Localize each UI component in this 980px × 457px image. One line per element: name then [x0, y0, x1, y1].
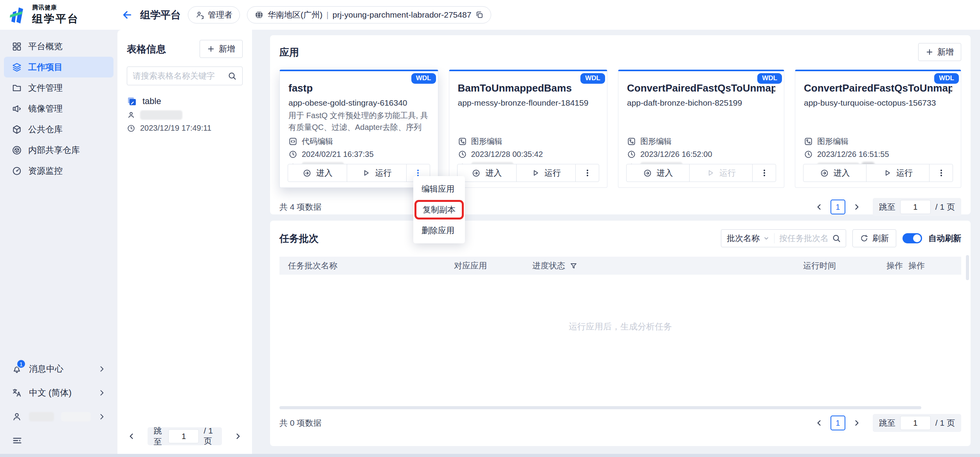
apps-pagination: 1 跳至 / 1 页: [813, 198, 961, 216]
omics-platform-screen: 腾讯健康 组学平台 组学平台 管理者 华南地区(广州) | prj-y: [0, 0, 980, 457]
app-card-description: [627, 110, 775, 133]
sidebar-item-internal-shared-repository[interactable]: 内部共享仓库: [4, 140, 113, 160]
page-jump-input[interactable]: [900, 200, 931, 214]
table-item-icon: [127, 96, 137, 106]
app-updated-time: 2023/12/26 16:52:00: [640, 150, 712, 159]
app-card-actions: 进入 运行: [803, 164, 953, 182]
page-jump-box: 跳至 / 1 页: [148, 427, 222, 445]
redacted-username: [61, 412, 91, 421]
table-list-item[interactable]: table 2023/12/19 17:49:11: [127, 96, 243, 133]
horizontal-scrollbar[interactable]: [279, 406, 921, 409]
tencent-health-logo-icon: [9, 5, 27, 24]
current-page-button[interactable]: 1: [830, 416, 845, 430]
search-icon[interactable]: [227, 71, 237, 81]
enter-label: 进入: [657, 167, 673, 178]
page-jump-box: 跳至 / 1 页: [873, 414, 961, 432]
next-page-button[interactable]: [851, 416, 863, 430]
prev-page-button[interactable]: [813, 200, 825, 214]
add-app-button[interactable]: 新增: [918, 43, 961, 61]
enter-icon: [643, 169, 652, 178]
unread-count-badge: 1: [16, 359, 26, 369]
task-search-input[interactable]: [775, 234, 832, 243]
brand-logo: 腾讯健康 组学平台: [0, 4, 117, 26]
sidebar-item-file-management[interactable]: 文件管理: [4, 77, 113, 98]
sidebar-item-image-management[interactable]: 镜像管理: [4, 98, 113, 119]
column-actions-1: 操作: [886, 260, 908, 271]
sidebar-item-public-repository[interactable]: 公共仓库: [4, 119, 113, 140]
table-search-input[interactable]: [133, 71, 223, 81]
app-card-convertpairedfastqs-2: WDL ConvertPairedFastQsToUnmappe… app-bu…: [795, 70, 961, 188]
layers-icon: [12, 62, 22, 72]
tasks-panel: 任务批次 批次名称 刷新 自动刷新 任务批次名称: [270, 221, 971, 446]
play-icon: [531, 169, 540, 177]
add-table-button[interactable]: 新增: [200, 40, 243, 58]
prev-page-button[interactable]: [813, 416, 825, 430]
sidebar-item-language[interactable]: 中文 (简体): [0, 383, 117, 403]
run-label: 运行: [375, 167, 391, 178]
role-badge[interactable]: 管理者: [188, 6, 240, 23]
current-page-button[interactable]: 1: [830, 200, 845, 214]
app-card-list: WDL fastp app-obese-gold-stingray-616340…: [279, 70, 961, 188]
enter-app-button[interactable]: 进入: [627, 164, 689, 182]
graph-edit-icon: [458, 137, 467, 146]
search-icon[interactable]: [832, 234, 846, 243]
more-actions-button[interactable]: [752, 164, 776, 182]
more-actions-button[interactable]: [929, 164, 953, 182]
sidebar-item-platform-overview[interactable]: 平台概览: [4, 36, 113, 57]
enter-app-button[interactable]: 进入: [803, 164, 866, 182]
sidebar-item-label: 平台概览: [28, 41, 63, 52]
enter-app-button[interactable]: 进入: [458, 164, 516, 182]
menu-item-duplicate-app[interactable]: 复制副本: [416, 202, 462, 218]
enter-app-button[interactable]: 进入: [288, 164, 347, 182]
column-batch-name: 任务批次名称: [288, 260, 454, 271]
clock-icon: [127, 124, 135, 133]
translate-icon: [12, 388, 22, 398]
sidebar-item-message-center[interactable]: 1 消息中心: [0, 359, 117, 379]
run-app-button[interactable]: 运行: [866, 164, 929, 182]
sidebar-item-label: 镜像管理: [28, 103, 63, 115]
menu-item-edit-app[interactable]: 编辑应用: [413, 179, 465, 199]
collapse-menu-icon[interactable]: [12, 435, 23, 446]
run-label: 运行: [544, 167, 561, 178]
app-updated-time: 2023/12/28 00:35:42: [471, 150, 543, 159]
refresh-button[interactable]: 刷新: [852, 229, 896, 247]
run-app-button-disabled[interactable]: 运行: [689, 164, 752, 182]
sidebar-item-resource-monitor[interactable]: 资源监控: [4, 160, 113, 181]
vertical-scrollbar[interactable]: [966, 255, 969, 280]
app-card-convertpairedfastqs-1: WDL ConvertPairedFastQsToUnmappe… app-da…: [618, 70, 784, 188]
app-context-menu: 编辑应用 复制副本 删除应用: [413, 176, 465, 243]
chevron-right-icon: [98, 389, 106, 397]
clock-icon: [458, 150, 467, 159]
copy-icon[interactable]: [475, 11, 484, 19]
more-actions-button[interactable]: [575, 164, 599, 182]
sidebar: 平台概览 工作项目 文件管理 镜像管理 公共仓库 内部共享仓库 资源监控: [0, 30, 117, 457]
sidebar-item-user-account[interactable]: [0, 407, 117, 427]
menu-item-delete-app[interactable]: 删除应用: [413, 221, 465, 240]
next-page-button[interactable]: [233, 430, 243, 443]
wdl-badge: WDL: [757, 73, 782, 84]
project-badge[interactable]: 华南地区(广州) | prj-young-parchment-labrador-…: [247, 6, 491, 23]
page-jump-box: 跳至 / 1 页: [873, 198, 961, 216]
sidebar-item-work-projects[interactable]: 工作项目: [4, 57, 113, 77]
sidebar-item-label: 文件管理: [28, 82, 63, 94]
filter-icon[interactable]: [569, 262, 578, 270]
next-page-button[interactable]: [851, 200, 863, 214]
play-icon: [706, 169, 715, 177]
mirror-icon: [12, 104, 22, 114]
column-run-time: 运行时间: [803, 260, 886, 271]
redacted-username: [29, 412, 54, 421]
prev-page-button[interactable]: [127, 430, 137, 443]
apps-panel: 应用 新增 WDL fastp app-obese-gold-stingray-…: [270, 35, 971, 214]
run-app-button[interactable]: 运行: [516, 164, 575, 182]
app-card-id: app-busy-turquoise-octopus-156733: [804, 98, 952, 108]
cube-icon: [12, 124, 22, 135]
enter-label: 进入: [485, 167, 502, 178]
page-jump-input[interactable]: [900, 416, 931, 430]
page-jump-input[interactable]: [168, 429, 199, 443]
run-app-button[interactable]: 运行: [347, 164, 406, 182]
enter-icon: [820, 169, 829, 178]
batch-name-filter-select[interactable]: 批次名称: [721, 233, 775, 243]
back-arrow-icon[interactable]: [121, 9, 133, 21]
auto-refresh-toggle[interactable]: [903, 233, 922, 243]
folder-icon: [12, 83, 22, 93]
